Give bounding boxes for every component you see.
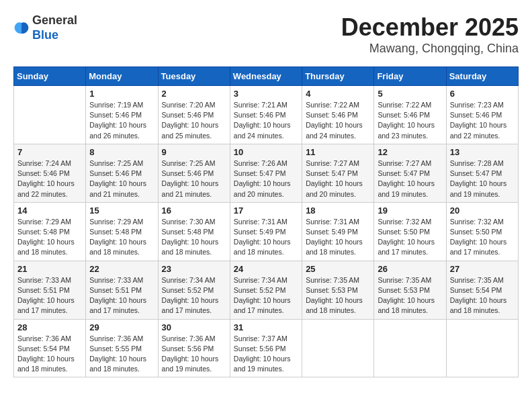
calendar-cell: 14Sunrise: 7:29 AMSunset: 5:48 PMDayligh… xyxy=(14,202,86,261)
day-number: 2 xyxy=(162,89,226,99)
day-number: 14 xyxy=(17,205,82,216)
calendar-cell: 30Sunrise: 7:36 AMSunset: 5:56 PMDayligh… xyxy=(158,319,230,377)
day-number: 18 xyxy=(306,205,370,216)
calendar-table: SundayMondayTuesdayWednesdayThursdayFrid… xyxy=(13,66,519,377)
day-info: Sunrise: 7:22 AMSunset: 5:46 PMDaylight:… xyxy=(378,100,442,141)
day-info: Sunrise: 7:36 AMSunset: 5:55 PMDaylight:… xyxy=(89,334,154,375)
day-info: Sunrise: 7:19 AMSunset: 5:46 PMDaylight:… xyxy=(89,100,154,141)
day-info: Sunrise: 7:25 AMSunset: 5:46 PMDaylight:… xyxy=(162,158,226,199)
month-year-title: December 2025 xyxy=(341,13,519,42)
day-info: Sunrise: 7:34 AMSunset: 5:52 PMDaylight:… xyxy=(234,275,298,316)
weekday-header: Wednesday xyxy=(230,67,302,86)
day-info: Sunrise: 7:29 AMSunset: 5:48 PMDaylight:… xyxy=(89,217,154,258)
day-number: 28 xyxy=(17,322,82,332)
day-number: 8 xyxy=(89,147,154,157)
calendar-cell xyxy=(14,86,86,144)
day-number: 29 xyxy=(89,322,154,332)
day-number: 9 xyxy=(162,147,226,157)
calendar-cell: 25Sunrise: 7:35 AMSunset: 5:53 PMDayligh… xyxy=(302,261,374,319)
calendar-cell: 23Sunrise: 7:34 AMSunset: 5:52 PMDayligh… xyxy=(158,261,230,319)
day-info: Sunrise: 7:24 AMSunset: 5:46 PMDaylight:… xyxy=(17,158,82,199)
day-number: 25 xyxy=(306,264,370,274)
day-number: 3 xyxy=(234,89,298,99)
day-number: 24 xyxy=(234,264,298,274)
day-info: Sunrise: 7:37 AMSunset: 5:56 PMDaylight:… xyxy=(234,334,298,375)
day-info: Sunrise: 7:31 AMSunset: 5:49 PMDaylight:… xyxy=(234,217,298,258)
day-info: Sunrise: 7:36 AMSunset: 5:56 PMDaylight:… xyxy=(162,334,226,375)
day-info: Sunrise: 7:23 AMSunset: 5:46 PMDaylight:… xyxy=(450,100,515,141)
calendar-cell: 5Sunrise: 7:22 AMSunset: 5:46 PMDaylight… xyxy=(374,86,446,144)
calendar-cell: 24Sunrise: 7:34 AMSunset: 5:52 PMDayligh… xyxy=(230,261,302,319)
calendar-cell: 21Sunrise: 7:33 AMSunset: 5:51 PMDayligh… xyxy=(14,261,86,319)
day-number: 30 xyxy=(162,322,226,332)
calendar-cell xyxy=(374,319,446,377)
calendar-cell: 22Sunrise: 7:33 AMSunset: 5:51 PMDayligh… xyxy=(86,261,158,319)
day-number: 11 xyxy=(306,147,370,157)
day-number: 19 xyxy=(378,205,442,216)
day-number: 1 xyxy=(89,89,154,99)
calendar-cell: 17Sunrise: 7:31 AMSunset: 5:49 PMDayligh… xyxy=(230,202,302,261)
day-info: Sunrise: 7:26 AMSunset: 5:47 PMDaylight:… xyxy=(234,158,298,199)
logo-text: General Blue xyxy=(32,13,77,42)
calendar-cell: 2Sunrise: 7:20 AMSunset: 5:46 PMDaylight… xyxy=(158,86,230,144)
calendar-cell: 3Sunrise: 7:21 AMSunset: 5:46 PMDaylight… xyxy=(230,86,302,144)
day-number: 31 xyxy=(234,322,298,332)
calendar-cell: 11Sunrise: 7:27 AMSunset: 5:47 PMDayligh… xyxy=(302,144,374,202)
weekday-header: Sunday xyxy=(14,67,86,86)
calendar-cell: 7Sunrise: 7:24 AMSunset: 5:46 PMDaylight… xyxy=(14,144,86,202)
calendar-cell: 13Sunrise: 7:28 AMSunset: 5:47 PMDayligh… xyxy=(446,144,518,202)
calendar-cell: 1Sunrise: 7:19 AMSunset: 5:46 PMDaylight… xyxy=(86,86,158,144)
day-number: 6 xyxy=(450,89,515,99)
calendar-cell: 18Sunrise: 7:31 AMSunset: 5:49 PMDayligh… xyxy=(302,202,374,261)
day-info: Sunrise: 7:28 AMSunset: 5:47 PMDaylight:… xyxy=(450,158,515,199)
day-info: Sunrise: 7:34 AMSunset: 5:52 PMDaylight:… xyxy=(162,275,226,316)
day-number: 15 xyxy=(89,205,154,216)
logo: General Blue xyxy=(13,13,77,42)
calendar-cell: 29Sunrise: 7:36 AMSunset: 5:55 PMDayligh… xyxy=(86,319,158,377)
day-number: 22 xyxy=(89,264,154,274)
logo-icon xyxy=(13,20,30,36)
weekday-header: Thursday xyxy=(302,67,374,86)
weekday-header: Friday xyxy=(374,67,446,86)
day-number: 4 xyxy=(306,89,370,99)
title-section: December 2025 Mawang, Chongqing, China xyxy=(341,13,519,56)
calendar-week-row: 14Sunrise: 7:29 AMSunset: 5:48 PMDayligh… xyxy=(14,202,519,261)
day-info: Sunrise: 7:29 AMSunset: 5:48 PMDaylight:… xyxy=(17,217,82,258)
calendar-cell: 27Sunrise: 7:35 AMSunset: 5:54 PMDayligh… xyxy=(446,261,518,319)
calendar-cell: 15Sunrise: 7:29 AMSunset: 5:48 PMDayligh… xyxy=(86,202,158,261)
day-info: Sunrise: 7:35 AMSunset: 5:53 PMDaylight:… xyxy=(378,275,442,316)
calendar-cell: 8Sunrise: 7:25 AMSunset: 5:46 PMDaylight… xyxy=(86,144,158,202)
calendar-cell: 10Sunrise: 7:26 AMSunset: 5:47 PMDayligh… xyxy=(230,144,302,202)
calendar-cell: 9Sunrise: 7:25 AMSunset: 5:46 PMDaylight… xyxy=(158,144,230,202)
weekday-header: Tuesday xyxy=(158,67,230,86)
calendar-week-row: 7Sunrise: 7:24 AMSunset: 5:46 PMDaylight… xyxy=(14,144,519,202)
day-info: Sunrise: 7:33 AMSunset: 5:51 PMDaylight:… xyxy=(17,275,82,316)
calendar-week-row: 21Sunrise: 7:33 AMSunset: 5:51 PMDayligh… xyxy=(14,261,519,319)
day-number: 26 xyxy=(378,264,442,274)
calendar-cell: 19Sunrise: 7:32 AMSunset: 5:50 PMDayligh… xyxy=(374,202,446,261)
location-subtitle: Mawang, Chongqing, China xyxy=(341,42,519,56)
day-info: Sunrise: 7:20 AMSunset: 5:46 PMDaylight:… xyxy=(162,100,226,141)
day-info: Sunrise: 7:22 AMSunset: 5:46 PMDaylight:… xyxy=(306,100,370,141)
page-header: General Blue December 2025 Mawang, Chong… xyxy=(13,13,519,56)
day-number: 7 xyxy=(17,147,82,157)
calendar-cell: 12Sunrise: 7:27 AMSunset: 5:47 PMDayligh… xyxy=(374,144,446,202)
day-number: 20 xyxy=(450,205,515,216)
calendar-cell: 20Sunrise: 7:32 AMSunset: 5:50 PMDayligh… xyxy=(446,202,518,261)
day-info: Sunrise: 7:30 AMSunset: 5:48 PMDaylight:… xyxy=(162,217,226,258)
logo-blue-text: Blue xyxy=(32,28,58,42)
day-number: 13 xyxy=(450,147,515,157)
day-info: Sunrise: 7:35 AMSunset: 5:54 PMDaylight:… xyxy=(450,275,515,316)
day-number: 5 xyxy=(378,89,442,99)
day-number: 21 xyxy=(17,264,82,274)
day-number: 17 xyxy=(234,205,298,216)
day-info: Sunrise: 7:31 AMSunset: 5:49 PMDaylight:… xyxy=(306,217,370,258)
calendar-cell: 6Sunrise: 7:23 AMSunset: 5:46 PMDaylight… xyxy=(446,86,518,144)
day-info: Sunrise: 7:35 AMSunset: 5:53 PMDaylight:… xyxy=(306,275,370,316)
day-info: Sunrise: 7:21 AMSunset: 5:46 PMDaylight:… xyxy=(234,100,298,141)
day-number: 10 xyxy=(234,147,298,157)
weekday-header: Monday xyxy=(86,67,158,86)
calendar-cell: 28Sunrise: 7:36 AMSunset: 5:54 PMDayligh… xyxy=(14,319,86,377)
day-info: Sunrise: 7:36 AMSunset: 5:54 PMDaylight:… xyxy=(17,334,82,375)
calendar-cell: 26Sunrise: 7:35 AMSunset: 5:53 PMDayligh… xyxy=(374,261,446,319)
